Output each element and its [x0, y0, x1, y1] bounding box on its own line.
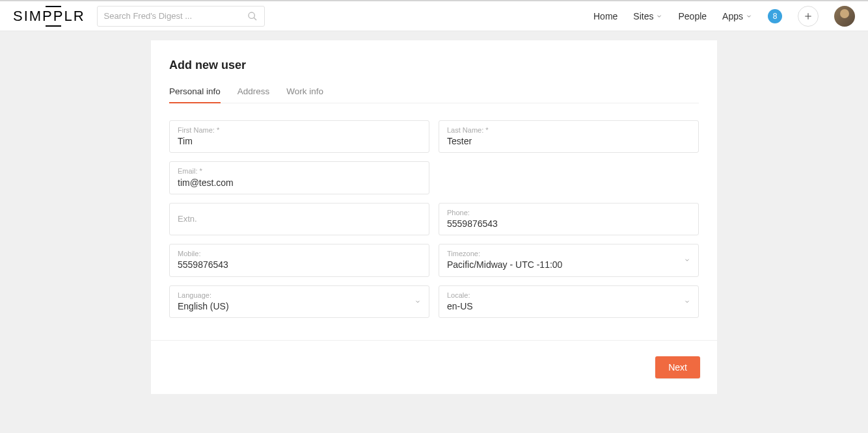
- last-name-value: Tester: [447, 135, 690, 147]
- nav-sites[interactable]: Sites: [633, 11, 662, 21]
- logo[interactable]: SIMPPLR: [13, 8, 85, 25]
- extn-placeholder: Extn.: [178, 214, 421, 224]
- language-label: Language:: [178, 291, 421, 300]
- nav-people[interactable]: People: [678, 11, 707, 21]
- chevron-down-icon: [684, 257, 690, 263]
- mobile-field[interactable]: Mobile: 5559876543: [169, 244, 429, 276]
- nav-home-label: Home: [593, 11, 617, 21]
- chevron-down-icon: [656, 13, 662, 20]
- mobile-value: 5559876543: [178, 259, 421, 270]
- email-label: Email: *: [178, 167, 421, 176]
- nav-people-label: People: [678, 11, 707, 21]
- timezone-label: Timezone:: [447, 250, 690, 258]
- nav-sites-label: Sites: [633, 11, 653, 21]
- chevron-down-icon: [746, 13, 752, 20]
- tab-personal-info[interactable]: Personal info: [169, 86, 221, 103]
- tab-address-label: Address: [237, 86, 270, 96]
- tab-address[interactable]: Address: [237, 86, 270, 103]
- tab-personal-label: Personal info: [169, 86, 221, 96]
- main-nav: Home Sites People Apps 8: [593, 6, 855, 27]
- search-box[interactable]: [97, 6, 265, 27]
- logo-text: SIMPPLR: [13, 8, 85, 24]
- logo-decoration-bottom: [46, 25, 61, 27]
- add-user-card: Add new user Personal info Address Work …: [151, 40, 717, 394]
- extn-field[interactable]: Extn.: [169, 203, 429, 235]
- card-footer: Next: [151, 340, 717, 394]
- phone-field[interactable]: Phone: 5559876543: [439, 203, 699, 235]
- email-row: Email: * tim@test.com: [169, 161, 699, 194]
- svg-line-1: [254, 18, 256, 20]
- language-value: English (US): [178, 300, 421, 312]
- notification-count: 8: [773, 12, 778, 21]
- tab-work-info[interactable]: Work info: [286, 86, 323, 103]
- tab-work-label: Work info: [286, 86, 323, 96]
- nav-apps[interactable]: Apps: [722, 11, 752, 21]
- timezone-value: Pacific/Midway - UTC -11:00: [447, 259, 690, 270]
- plus-icon: [804, 12, 813, 21]
- phone-label: Phone:: [447, 209, 690, 217]
- add-button[interactable]: [798, 6, 819, 27]
- language-field[interactable]: Language: English (US): [169, 285, 429, 318]
- notification-badge[interactable]: 8: [768, 9, 782, 23]
- locale-field[interactable]: Locale: en-US: [439, 285, 699, 318]
- first-name-label: First Name: *: [178, 126, 421, 135]
- locale-value: en-US: [447, 300, 690, 312]
- main-content: Add new user Personal info Address Work …: [0, 31, 868, 394]
- last-name-label: Last Name: *: [447, 126, 690, 135]
- next-button[interactable]: Next: [655, 356, 700, 378]
- chevron-down-icon: [414, 298, 421, 305]
- search-input[interactable]: [104, 11, 247, 21]
- phone-value: 5559876543: [447, 218, 690, 230]
- search-icon: [247, 11, 258, 21]
- timezone-field[interactable]: Timezone: Pacific/Midway - UTC -11:00: [439, 244, 699, 276]
- avatar[interactable]: [834, 6, 855, 27]
- locale-label: Locale:: [447, 291, 690, 300]
- tabs: Personal info Address Work info: [169, 86, 699, 103]
- email-field[interactable]: Email: * tim@test.com: [169, 161, 429, 194]
- form: First Name: * Tim Last Name: * Tester Em…: [169, 103, 699, 318]
- nav-home[interactable]: Home: [593, 11, 617, 21]
- first-name-field[interactable]: First Name: * Tim: [169, 120, 429, 153]
- nav-apps-label: Apps: [722, 11, 743, 21]
- card-inner: Add new user Personal info Address Work …: [151, 59, 717, 318]
- page-title: Add new user: [169, 59, 699, 72]
- last-name-field[interactable]: Last Name: * Tester: [439, 120, 699, 153]
- mobile-label: Mobile:: [178, 250, 421, 258]
- email-value: tim@test.com: [178, 177, 421, 189]
- chevron-down-icon: [684, 298, 690, 305]
- svg-point-0: [249, 12, 254, 18]
- logo-decoration-top: [46, 6, 61, 7]
- first-name-value: Tim: [178, 135, 421, 147]
- next-button-label: Next: [668, 362, 687, 373]
- header: SIMPPLR Home Sites People Apps 8: [0, 1, 868, 31]
